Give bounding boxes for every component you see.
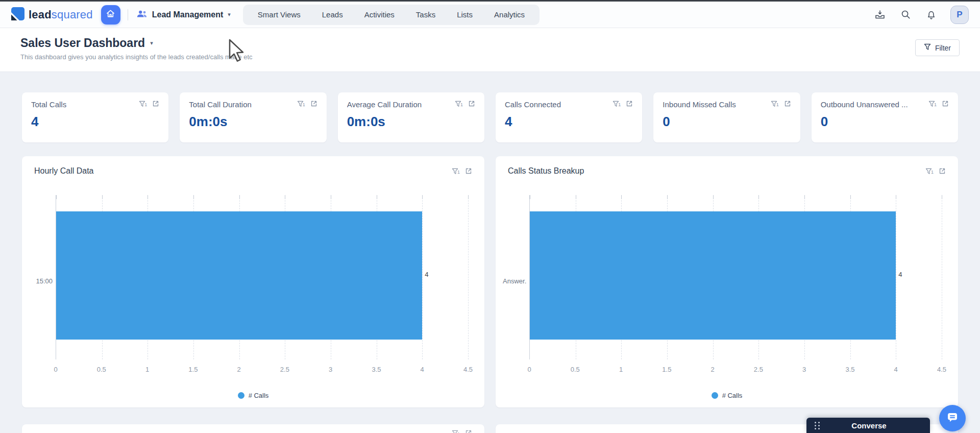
filter-button[interactable]: Filter — [915, 39, 960, 56]
axis-tick — [530, 195, 530, 199]
filter-icon[interactable]: 1 — [928, 100, 937, 107]
axis-tick — [896, 195, 896, 199]
axis-tick — [331, 195, 331, 199]
workspace-label: Lead Management — [152, 10, 224, 19]
nav-item-activities[interactable]: Activities — [354, 10, 405, 19]
kpi-row: Total Calls 1 4 Total Call Duration 1 0m… — [22, 92, 958, 142]
axis-tick — [193, 195, 194, 199]
x-tick-label: 2 — [710, 366, 714, 373]
filter-icon[interactable]: 1 — [452, 429, 460, 433]
chat-widget-button[interactable] — [939, 405, 966, 431]
axis-tick — [621, 195, 622, 199]
kpi-value: 0 — [663, 114, 791, 130]
x-tick-label: 3 — [329, 366, 332, 373]
leadsquared-logo[interactable]: leadsquared — [11, 7, 93, 22]
charts-row: Hourly Call Data 1 400.511.522.533.544.5… — [22, 156, 958, 407]
x-tick-label: 4 — [894, 366, 898, 373]
open-in-new-icon[interactable] — [465, 429, 472, 433]
axis-tick — [239, 195, 240, 199]
axis-tick — [377, 195, 377, 199]
x-tick-label: 1 — [145, 366, 149, 373]
open-in-new-icon[interactable] — [942, 100, 949, 107]
filter-icon[interactable]: 1 — [297, 100, 305, 107]
page-title[interactable]: Sales User Dashboard — [20, 36, 145, 50]
converse-panel-button[interactable]: Converse — [806, 418, 930, 433]
nav-item-smart-views[interactable]: Smart Views — [247, 10, 311, 19]
gridline — [896, 195, 896, 359]
kpi-value: 0m:0s — [189, 114, 317, 130]
open-in-new-icon[interactable] — [310, 100, 317, 107]
kpi-title: Outbound Unanswered ... — [821, 100, 908, 109]
x-tick-label: 2 — [237, 366, 240, 373]
kpi-card-inbound-missed-calls: Inbound Missed Calls 1 0 — [653, 92, 800, 142]
x-tick-label: 4 — [421, 366, 424, 373]
x-tick-label: 3 — [802, 366, 806, 373]
open-in-new-icon[interactable] — [939, 167, 946, 175]
kpi-title: Calls Connected — [505, 100, 561, 109]
open-in-new-icon[interactable] — [626, 100, 633, 107]
kpi-value: 0 — [821, 114, 949, 130]
filter-icon[interactable]: 1 — [452, 167, 460, 175]
legend-label: # Calls — [722, 392, 743, 399]
axis-tick — [804, 195, 805, 199]
x-tick-label: 0.5 — [97, 366, 106, 373]
legend-label: # Calls — [249, 392, 269, 399]
open-in-new-icon[interactable] — [784, 100, 791, 107]
notifications-bell-icon[interactable] — [925, 9, 937, 21]
axis-tick — [942, 195, 942, 199]
x-tick-label: 1 — [619, 366, 623, 373]
open-in-new-icon[interactable] — [152, 100, 159, 107]
x-axis: 00.511.522.533.544.5 — [56, 366, 468, 374]
user-avatar[interactable]: P — [950, 6, 969, 24]
kpi-title: Inbound Missed Calls — [663, 100, 736, 109]
axis-tick — [850, 195, 851, 199]
navbar-right: P — [874, 6, 969, 24]
nav-item-lists[interactable]: Lists — [446, 10, 483, 19]
chevron-down-icon: ▾ — [228, 11, 231, 18]
workspace-switcher[interactable]: Lead Management ▾ — [136, 9, 231, 20]
chart-legend[interactable]: # Calls — [22, 392, 484, 399]
filter-icon[interactable]: 1 — [771, 100, 779, 107]
x-tick-label: 3.5 — [845, 366, 854, 373]
page-subtitle: This dashboard gives you analytics insig… — [20, 53, 253, 61]
chart-card-hourly-call-data: Hourly Call Data 1 400.511.522.533.544.5… — [22, 156, 484, 407]
nav-item-analytics[interactable]: Analytics — [483, 10, 535, 19]
x-tick-label: 0 — [54, 366, 57, 373]
x-tick-label: 4.5 — [937, 366, 946, 373]
bar-value-label: 4 — [898, 270, 902, 278]
converse-label: Converse — [820, 421, 918, 430]
axis-tick — [422, 195, 423, 199]
bar[interactable] — [530, 211, 896, 340]
home-button[interactable] — [101, 5, 120, 25]
axis-tick — [576, 195, 576, 199]
bar[interactable] — [56, 211, 422, 340]
search-icon[interactable] — [899, 9, 912, 21]
drag-handle-icon[interactable] — [815, 422, 820, 429]
x-tick-label: 1.5 — [662, 366, 671, 373]
inbox-import-icon[interactable] — [874, 9, 886, 21]
home-icon — [106, 9, 115, 20]
filter-icon[interactable]: 1 — [139, 100, 147, 107]
axis-tick — [667, 195, 668, 199]
x-tick-label: 3.5 — [372, 366, 381, 373]
gridline — [422, 195, 423, 359]
axis-tick — [758, 195, 759, 199]
logo-text: leadsquared — [29, 8, 93, 21]
dashboard-caret-icon[interactable]: ▾ — [150, 40, 153, 46]
kpi-card-calls-connected: Calls Connected 1 4 — [496, 92, 642, 142]
x-tick-label: 1.5 — [188, 366, 198, 373]
filter-icon[interactable]: 1 — [455, 100, 463, 107]
kpi-title: Average Call Duration — [347, 100, 422, 109]
primary-nav: Smart Views Leads Activities Tasks Lists… — [243, 5, 540, 25]
leadsquared-logo-mark-icon — [11, 7, 24, 22]
bar-value-label: 4 — [425, 270, 428, 278]
nav-item-leads[interactable]: Leads — [311, 10, 354, 19]
partial-card: 1 — [22, 424, 484, 433]
open-in-new-icon[interactable] — [468, 100, 475, 107]
x-tick-label: 2.5 — [754, 366, 763, 373]
chart-legend[interactable]: # Calls — [496, 392, 958, 399]
nav-item-tasks[interactable]: Tasks — [405, 10, 446, 19]
open-in-new-icon[interactable] — [465, 167, 472, 175]
filter-icon[interactable]: 1 — [612, 100, 621, 107]
filter-icon[interactable]: 1 — [925, 167, 934, 175]
